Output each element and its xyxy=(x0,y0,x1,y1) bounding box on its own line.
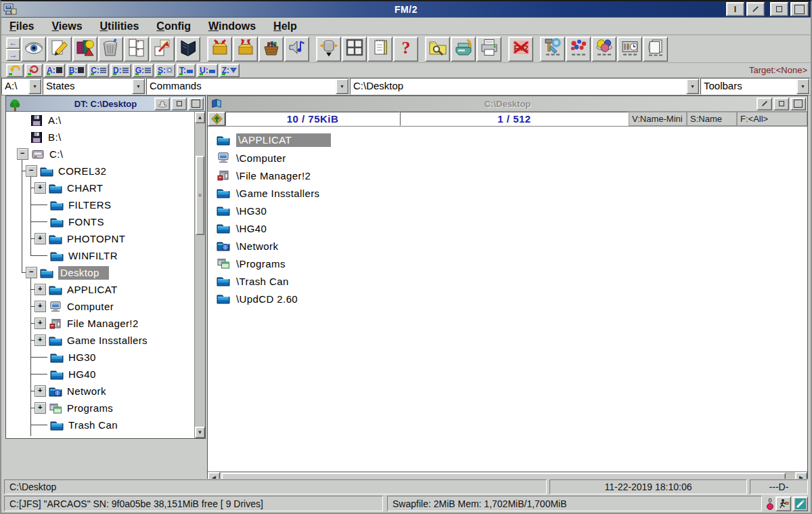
menu-item-files[interactable]: Files xyxy=(9,20,34,33)
file-item-label[interactable]: \HG40 xyxy=(236,223,267,234)
tree-item-b-[interactable]: B:\ xyxy=(6,129,194,146)
tree-item-fonts[interactable]: FONTS xyxy=(6,213,194,230)
menu-item-utilities[interactable]: Utilities xyxy=(100,20,139,33)
extract-button[interactable] xyxy=(233,37,258,62)
menu-item-views[interactable]: Views xyxy=(51,20,82,33)
scroll-track[interactable]: ≡ xyxy=(195,123,205,427)
tree-item-game-insstallers[interactable]: +Game Insstallers xyxy=(6,332,194,349)
collapse-button[interactable]: − xyxy=(26,267,37,278)
tree-item-computer[interactable]: +Computer xyxy=(6,298,194,315)
file-item--programs[interactable]: \Programs xyxy=(208,255,807,272)
file-maximize-button[interactable] xyxy=(790,98,806,110)
tree-item-label[interactable]: UpdCD 2.60 xyxy=(68,436,127,438)
help-button[interactable]: ? xyxy=(393,37,418,62)
tree-item-winfiltr[interactable]: WINFILTR xyxy=(6,247,194,264)
tree-item-photopnt[interactable]: +PHOTOPNT xyxy=(6,230,194,247)
drive-button-g[interactable]: G: xyxy=(133,64,154,77)
menu-item-help[interactable]: Help xyxy=(273,20,297,33)
tree-item-chart[interactable]: +CHART xyxy=(6,179,194,196)
file-slash-button[interactable] xyxy=(757,98,772,110)
drive-button-a[interactable]: A: xyxy=(44,64,65,77)
file-item--network[interactable]: \Network xyxy=(208,237,807,255)
file-minimize-button[interactable] xyxy=(773,98,789,110)
menu-item-windows[interactable]: Windows xyxy=(208,20,256,33)
drive-button-d[interactable]: D: xyxy=(110,64,131,77)
minimize-button[interactable] xyxy=(770,2,788,16)
colors-button[interactable] xyxy=(591,37,616,62)
processes-button[interactable] xyxy=(566,37,591,62)
index-button[interactable]: I xyxy=(726,2,744,16)
drive-button-s[interactable]: S: xyxy=(155,64,175,77)
expand-button[interactable]: + xyxy=(35,284,46,295)
move-button[interactable] xyxy=(150,37,175,62)
scroll-up-button[interactable]: ▲ xyxy=(195,112,205,123)
commands-select[interactable]: Commands▼ xyxy=(146,78,349,95)
file-item--hg40[interactable]: \HG40 xyxy=(208,219,807,237)
app-icon[interactable] xyxy=(3,3,17,16)
drive-button-c[interactable]: C: xyxy=(88,64,109,77)
sounds-button[interactable] xyxy=(284,37,309,62)
file-item--hg30[interactable]: \HG30 xyxy=(208,202,807,219)
chevron-down-icon[interactable]: ▼ xyxy=(796,79,809,94)
walk-forward-button[interactable]: → xyxy=(6,49,20,61)
expand-button[interactable]: + xyxy=(35,318,46,329)
sort-mode-field[interactable]: S:Name xyxy=(687,112,737,126)
file-item-label[interactable]: \HG30 xyxy=(236,205,267,217)
tree-item-label[interactable]: A:\ xyxy=(48,114,62,126)
file-item-label[interactable]: \Network xyxy=(236,240,278,252)
collapse-button[interactable]: − xyxy=(17,148,28,160)
notepad-button[interactable] xyxy=(367,37,392,62)
tree-item-label[interactable]: Computer xyxy=(67,301,114,312)
tree-item-label[interactable]: Game Insstallers xyxy=(67,335,148,346)
drive-button-u[interactable]: U: xyxy=(197,64,218,77)
file-item-label[interactable]: \File Manager!2 xyxy=(236,170,311,181)
chevron-down-icon[interactable]: ▼ xyxy=(686,79,699,94)
drive-button-z[interactable]: Z: xyxy=(219,64,240,77)
tree-item-label[interactable]: HG30 xyxy=(68,351,96,363)
print-button[interactable] xyxy=(476,37,501,62)
filter-mode-field[interactable]: F:<All> xyxy=(737,112,807,126)
drive-button-t[interactable]: T: xyxy=(177,64,196,77)
tree-item-hg40[interactable]: HG40 xyxy=(6,366,194,383)
combo-value[interactable]: A:\ xyxy=(2,79,28,94)
quit-fm2-button[interactable]: FM2 xyxy=(508,37,533,62)
chevron-down-icon[interactable]: ▼ xyxy=(28,79,41,94)
scroll-track[interactable] xyxy=(220,472,795,479)
combo-value[interactable]: States xyxy=(43,79,132,94)
tree-item-label[interactable]: Trash Can xyxy=(68,419,118,431)
walk-back-button[interactable]: ← xyxy=(6,37,20,49)
undo-button[interactable] xyxy=(6,64,24,77)
scroll-right-button[interactable]: ▶ xyxy=(795,472,807,479)
scroll-thumb[interactable]: ≡ xyxy=(196,156,204,235)
file-item--file-manager-2[interactable]: \File Manager!2 xyxy=(208,167,807,184)
file-item-label[interactable]: \Programs xyxy=(236,258,286,270)
commands-button[interactable] xyxy=(175,37,200,62)
tree-item-a-[interactable]: A:\ xyxy=(6,112,194,129)
toolbars-select[interactable]: Toolbars▼ xyxy=(700,78,810,95)
scroll-left-button[interactable]: ◀ xyxy=(208,472,220,479)
scroll-thumb[interactable] xyxy=(221,473,786,479)
menu-item-config[interactable]: Config xyxy=(156,20,191,33)
file-item-label[interactable]: \Game Insstallers xyxy=(236,188,320,199)
tree-item-label[interactable]: COREL32 xyxy=(58,165,106,177)
tree-item-trash-can[interactable]: Trash Can xyxy=(6,416,194,433)
expand-button[interactable]: + xyxy=(35,335,46,346)
expand-button[interactable]: + xyxy=(35,402,46,414)
marker-button[interactable] xyxy=(792,496,808,511)
tree-item-file-manager-2[interactable]: +File Manager!2 xyxy=(6,315,194,332)
tree-item-label[interactable]: WINFILTR xyxy=(68,250,118,261)
scroll-down-button[interactable]: ▼ xyxy=(195,427,205,438)
tree-item-label[interactable]: HG40 xyxy=(68,368,96,380)
copy-button[interactable] xyxy=(124,37,149,62)
expand-button[interactable]: + xyxy=(35,182,46,194)
tree-maximize-button[interactable] xyxy=(188,98,204,110)
tree-item-network[interactable]: +Network xyxy=(6,383,194,400)
view-button[interactable] xyxy=(21,37,46,62)
docs-button[interactable] xyxy=(643,37,668,62)
tree-item-label[interactable]: FILTERS xyxy=(68,199,111,211)
tree-minimize-button[interactable] xyxy=(171,98,187,110)
tree-item-label[interactable]: CHART xyxy=(67,182,103,194)
expand-button[interactable]: + xyxy=(35,385,46,397)
path-select[interactable]: C:\Desktop▼ xyxy=(350,78,700,95)
rescan-button[interactable] xyxy=(25,64,43,77)
